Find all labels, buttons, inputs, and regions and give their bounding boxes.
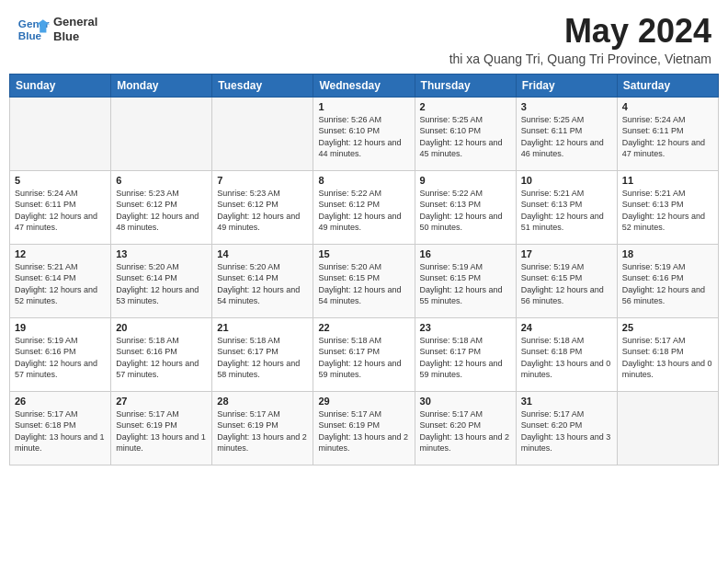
calendar-cell: 17Sunrise: 5:19 AMSunset: 6:15 PMDayligh… bbox=[516, 244, 617, 317]
day-info: Sunrise: 5:17 AMSunset: 6:18 PMDaylight:… bbox=[15, 408, 106, 454]
calendar-cell: 3Sunrise: 5:25 AMSunset: 6:11 PMDaylight… bbox=[516, 97, 617, 170]
day-info: Sunrise: 5:21 AMSunset: 6:13 PMDaylight:… bbox=[622, 188, 713, 234]
day-info: Sunrise: 5:25 AMSunset: 6:11 PMDaylight:… bbox=[521, 114, 612, 160]
calendar-cell bbox=[111, 97, 212, 170]
week-row-1: 1Sunrise: 5:26 AMSunset: 6:10 PMDaylight… bbox=[10, 97, 719, 170]
day-info: Sunrise: 5:19 AMSunset: 6:15 PMDaylight:… bbox=[420, 261, 511, 307]
logo-text: General Blue bbox=[53, 15, 97, 43]
day-number: 12 bbox=[15, 248, 106, 259]
calendar-cell: 29Sunrise: 5:17 AMSunset: 6:19 PMDayligh… bbox=[313, 391, 415, 465]
svg-text:Blue: Blue bbox=[18, 29, 42, 41]
day-info: Sunrise: 5:25 AMSunset: 6:10 PMDaylight:… bbox=[420, 114, 511, 160]
day-number: 9 bbox=[420, 175, 511, 186]
day-header-monday: Monday bbox=[111, 74, 212, 97]
week-row-5: 26Sunrise: 5:17 AMSunset: 6:18 PMDayligh… bbox=[10, 391, 719, 465]
day-number: 25 bbox=[622, 322, 713, 333]
day-header-sunday: Sunday bbox=[10, 74, 111, 97]
day-number: 11 bbox=[622, 175, 713, 186]
day-number: 8 bbox=[318, 175, 409, 186]
day-number: 20 bbox=[116, 322, 207, 333]
calendar-cell: 8Sunrise: 5:22 AMSunset: 6:12 PMDaylight… bbox=[313, 170, 415, 244]
day-info: Sunrise: 5:21 AMSunset: 6:13 PMDaylight:… bbox=[521, 188, 612, 234]
calendar-cell: 22Sunrise: 5:18 AMSunset: 6:17 PMDayligh… bbox=[313, 317, 415, 391]
day-number: 28 bbox=[217, 396, 308, 407]
day-number: 4 bbox=[622, 101, 713, 112]
day-number: 23 bbox=[420, 322, 511, 333]
day-number: 10 bbox=[521, 175, 612, 186]
day-number: 22 bbox=[318, 322, 409, 333]
day-number: 2 bbox=[420, 101, 511, 112]
week-row-3: 12Sunrise: 5:21 AMSunset: 6:14 PMDayligh… bbox=[10, 244, 719, 317]
day-number: 16 bbox=[420, 248, 511, 259]
week-row-2: 5Sunrise: 5:24 AMSunset: 6:11 PMDaylight… bbox=[10, 170, 719, 244]
calendar-cell: 4Sunrise: 5:24 AMSunset: 6:11 PMDaylight… bbox=[617, 97, 718, 170]
month-title: May 2024 bbox=[449, 13, 711, 50]
day-info: Sunrise: 5:19 AMSunset: 6:16 PMDaylight:… bbox=[15, 335, 106, 381]
day-info: Sunrise: 5:24 AMSunset: 6:11 PMDaylight:… bbox=[15, 188, 106, 234]
logo: General Blue General Blue bbox=[17, 13, 97, 46]
calendar-cell: 31Sunrise: 5:17 AMSunset: 6:20 PMDayligh… bbox=[516, 391, 617, 465]
calendar-cell: 21Sunrise: 5:18 AMSunset: 6:17 PMDayligh… bbox=[212, 317, 313, 391]
day-number: 21 bbox=[217, 322, 308, 333]
logo-icon: General Blue bbox=[17, 13, 50, 46]
calendar-cell: 12Sunrise: 5:21 AMSunset: 6:14 PMDayligh… bbox=[10, 244, 111, 317]
calendar-cell: 26Sunrise: 5:17 AMSunset: 6:18 PMDayligh… bbox=[10, 391, 111, 465]
day-info: Sunrise: 5:19 AMSunset: 6:16 PMDaylight:… bbox=[622, 261, 713, 307]
day-info: Sunrise: 5:17 AMSunset: 6:20 PMDaylight:… bbox=[420, 408, 511, 454]
calendar-cell: 7Sunrise: 5:23 AMSunset: 6:12 PMDaylight… bbox=[212, 170, 313, 244]
day-number: 26 bbox=[15, 396, 106, 407]
day-info: Sunrise: 5:26 AMSunset: 6:10 PMDaylight:… bbox=[318, 114, 409, 160]
day-number: 15 bbox=[318, 248, 409, 259]
calendar-cell: 10Sunrise: 5:21 AMSunset: 6:13 PMDayligh… bbox=[516, 170, 617, 244]
calendar-cell: 2Sunrise: 5:25 AMSunset: 6:10 PMDaylight… bbox=[415, 97, 516, 170]
day-info: Sunrise: 5:18 AMSunset: 6:17 PMDaylight:… bbox=[318, 335, 409, 381]
day-info: Sunrise: 5:24 AMSunset: 6:11 PMDaylight:… bbox=[622, 114, 713, 160]
calendar-cell: 19Sunrise: 5:19 AMSunset: 6:16 PMDayligh… bbox=[10, 317, 111, 391]
day-number: 29 bbox=[318, 396, 409, 407]
day-number: 24 bbox=[521, 322, 612, 333]
calendar-cell: 20Sunrise: 5:18 AMSunset: 6:16 PMDayligh… bbox=[111, 317, 212, 391]
calendar-cell: 6Sunrise: 5:23 AMSunset: 6:12 PMDaylight… bbox=[111, 170, 212, 244]
day-info: Sunrise: 5:19 AMSunset: 6:15 PMDaylight:… bbox=[521, 261, 612, 307]
week-row-4: 19Sunrise: 5:19 AMSunset: 6:16 PMDayligh… bbox=[10, 317, 719, 391]
day-number: 27 bbox=[116, 396, 207, 407]
day-header-thursday: Thursday bbox=[415, 74, 516, 97]
day-info: Sunrise: 5:22 AMSunset: 6:12 PMDaylight:… bbox=[318, 188, 409, 234]
day-header-wednesday: Wednesday bbox=[313, 74, 415, 97]
calendar-cell: 18Sunrise: 5:19 AMSunset: 6:16 PMDayligh… bbox=[617, 244, 718, 317]
day-number: 18 bbox=[622, 248, 713, 259]
day-info: Sunrise: 5:18 AMSunset: 6:18 PMDaylight:… bbox=[521, 335, 612, 381]
calendar-cell: 13Sunrise: 5:20 AMSunset: 6:14 PMDayligh… bbox=[111, 244, 212, 317]
day-info: Sunrise: 5:23 AMSunset: 6:12 PMDaylight:… bbox=[116, 188, 207, 234]
day-info: Sunrise: 5:18 AMSunset: 6:17 PMDaylight:… bbox=[420, 335, 511, 381]
calendar-cell: 23Sunrise: 5:18 AMSunset: 6:17 PMDayligh… bbox=[415, 317, 516, 391]
day-info: Sunrise: 5:17 AMSunset: 6:19 PMDaylight:… bbox=[217, 408, 308, 454]
day-number: 5 bbox=[15, 175, 106, 186]
day-info: Sunrise: 5:17 AMSunset: 6:20 PMDaylight:… bbox=[521, 408, 612, 454]
day-info: Sunrise: 5:20 AMSunset: 6:14 PMDaylight:… bbox=[217, 261, 308, 307]
calendar-cell: 30Sunrise: 5:17 AMSunset: 6:20 PMDayligh… bbox=[415, 391, 516, 465]
day-header-row: SundayMondayTuesdayWednesdayThursdayFrid… bbox=[10, 74, 719, 97]
calendar-cell: 28Sunrise: 5:17 AMSunset: 6:19 PMDayligh… bbox=[212, 391, 313, 465]
day-number: 17 bbox=[521, 248, 612, 259]
day-info: Sunrise: 5:17 AMSunset: 6:19 PMDaylight:… bbox=[318, 408, 409, 454]
day-info: Sunrise: 5:21 AMSunset: 6:14 PMDaylight:… bbox=[15, 261, 106, 307]
calendar-cell: 24Sunrise: 5:18 AMSunset: 6:18 PMDayligh… bbox=[516, 317, 617, 391]
day-number: 13 bbox=[116, 248, 207, 259]
day-info: Sunrise: 5:20 AMSunset: 6:15 PMDaylight:… bbox=[318, 261, 409, 307]
day-header-friday: Friday bbox=[516, 74, 617, 97]
day-number: 6 bbox=[116, 175, 207, 186]
day-number: 3 bbox=[521, 101, 612, 112]
day-header-tuesday: Tuesday bbox=[212, 74, 313, 97]
calendar-cell bbox=[617, 391, 718, 465]
calendar-cell: 9Sunrise: 5:22 AMSunset: 6:13 PMDaylight… bbox=[415, 170, 516, 244]
calendar-cell bbox=[212, 97, 313, 170]
day-header-saturday: Saturday bbox=[617, 74, 718, 97]
day-number: 31 bbox=[521, 396, 612, 407]
page-header: General Blue General Blue May 2024 thi x… bbox=[9, 9, 719, 70]
calendar-cell: 11Sunrise: 5:21 AMSunset: 6:13 PMDayligh… bbox=[617, 170, 718, 244]
calendar-cell: 16Sunrise: 5:19 AMSunset: 6:15 PMDayligh… bbox=[415, 244, 516, 317]
day-number: 14 bbox=[217, 248, 308, 259]
day-info: Sunrise: 5:20 AMSunset: 6:14 PMDaylight:… bbox=[116, 261, 207, 307]
day-info: Sunrise: 5:18 AMSunset: 6:17 PMDaylight:… bbox=[217, 335, 308, 381]
